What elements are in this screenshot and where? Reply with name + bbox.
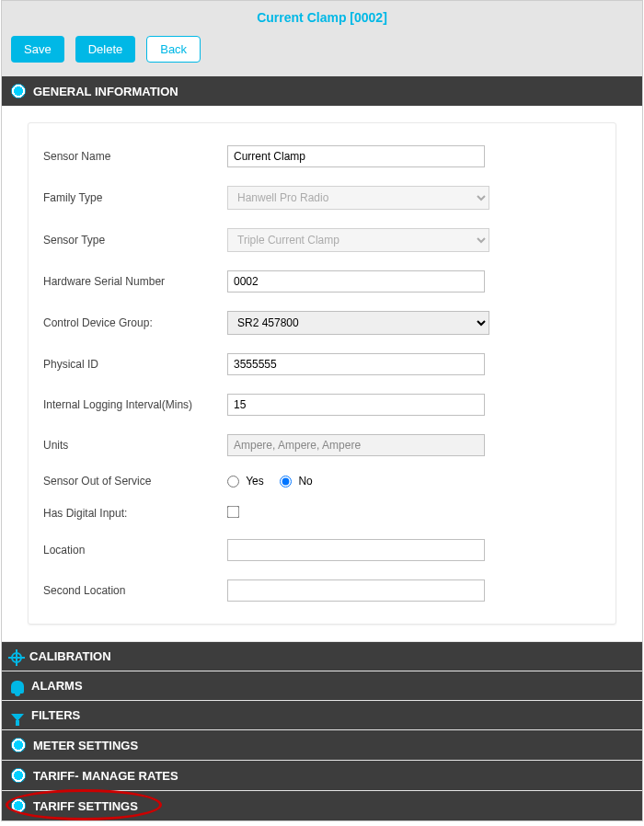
input-units: [227, 434, 485, 456]
radio-yes-wrap[interactable]: Yes: [227, 475, 267, 488]
section-label: GENERAL INFORMATION: [33, 85, 178, 98]
input-log-interval[interactable]: [227, 394, 485, 416]
field-sensor-name: Sensor Name: [43, 136, 601, 177]
label-second-location: Second Location: [43, 584, 227, 597]
label-sensor-name: Sensor Name: [43, 150, 227, 163]
field-sensor-type: Sensor Type Triple Current Clamp: [43, 219, 601, 261]
label-units: Units: [43, 439, 227, 452]
radio-no-wrap[interactable]: No: [280, 475, 313, 488]
label-physical-id: Physical ID: [43, 358, 227, 371]
input-hw-serial[interactable]: [227, 270, 485, 293]
action-button-row: Save Delete Back: [2, 30, 642, 75]
back-button[interactable]: Back: [146, 36, 201, 63]
section-label: ALARMS: [31, 679, 83, 693]
label-location: Location: [43, 544, 227, 556]
field-out-of-service: Sensor Out of Service Yes No: [43, 465, 601, 497]
label-has-digital: Has Digital Input:: [43, 507, 227, 520]
label-sensor-type: Sensor Type: [43, 234, 227, 247]
radio-no[interactable]: [280, 476, 292, 488]
target-icon: [11, 652, 22, 663]
section-header-tariff-settings[interactable]: TARIFF SETTINGS: [2, 790, 642, 820]
section-header-meter[interactable]: METER SETTINGS: [2, 729, 642, 760]
radio-icon: [11, 84, 26, 98]
field-units: Units: [43, 425, 601, 465]
radio-yes[interactable]: [227, 476, 239, 488]
field-has-digital: Has Digital Input:: [43, 497, 601, 530]
section-label: TARIFF- MANAGE RATES: [33, 769, 178, 783]
input-physical-id[interactable]: [227, 353, 485, 375]
field-log-interval: Internal Logging Interval(Mins): [43, 384, 601, 425]
section-header-calibration[interactable]: CALIBRATION: [2, 641, 642, 671]
input-location[interactable]: [227, 539, 485, 561]
label-hw-serial: Hardware Serial Number: [43, 275, 227, 288]
field-family-type: Family Type Hanwell Pro Radio: [43, 177, 601, 219]
section-header-filters[interactable]: FILTERS: [2, 700, 642, 729]
radio-icon: [11, 768, 26, 783]
select-family-type[interactable]: Hanwell Pro Radio: [227, 186, 489, 210]
label-family-type: Family Type: [43, 191, 227, 204]
checkbox-has-digital[interactable]: [227, 506, 240, 519]
radio-no-label: No: [298, 475, 312, 488]
form-card: Sensor Name Family Type Hanwell Pro Radi…: [28, 122, 616, 625]
select-control-group[interactable]: SR2 457800: [227, 311, 489, 335]
section-header-tariff-rates[interactable]: TARIFF- MANAGE RATES: [2, 760, 642, 790]
radio-icon: [11, 798, 26, 813]
section-header-general[interactable]: GENERAL INFORMATION: [2, 75, 642, 106]
save-button[interactable]: Save: [11, 36, 64, 63]
select-sensor-type[interactable]: Triple Current Clamp: [227, 228, 489, 252]
accordion: GENERAL INFORMATION Sensor Name Family T…: [2, 75, 642, 820]
input-sensor-name[interactable]: [227, 145, 485, 167]
section-label: CALIBRATION: [29, 649, 111, 663]
section-label: FILTERS: [31, 708, 80, 722]
delete-button[interactable]: Delete: [75, 36, 136, 63]
bell-icon: [11, 681, 24, 694]
label-log-interval: Internal Logging Interval(Mins): [43, 398, 227, 411]
radio-icon: [11, 738, 26, 752]
section-label: TARIFF SETTINGS: [33, 799, 138, 813]
page-container: Current Clamp [0002] Save Delete Back GE…: [1, 0, 643, 821]
section-header-alarms[interactable]: ALARMS: [2, 671, 642, 700]
funnel-icon: [11, 714, 24, 721]
field-location: Location: [43, 530, 601, 570]
page-title: Current Clamp [0002]: [2, 1, 642, 30]
field-physical-id: Physical ID: [43, 344, 601, 384]
radio-yes-label: Yes: [246, 475, 264, 488]
input-second-location[interactable]: [227, 579, 485, 602]
field-second-location: Second Location: [43, 570, 601, 611]
field-control-group: Control Device Group: SR2 457800: [43, 302, 601, 344]
section-label: METER SETTINGS: [33, 739, 138, 752]
label-out-of-service: Sensor Out of Service: [43, 475, 227, 488]
section-body-general: Sensor Name Family Type Hanwell Pro Radi…: [2, 106, 642, 641]
label-control-group: Control Device Group:: [43, 316, 227, 329]
field-hw-serial: Hardware Serial Number: [43, 261, 601, 302]
